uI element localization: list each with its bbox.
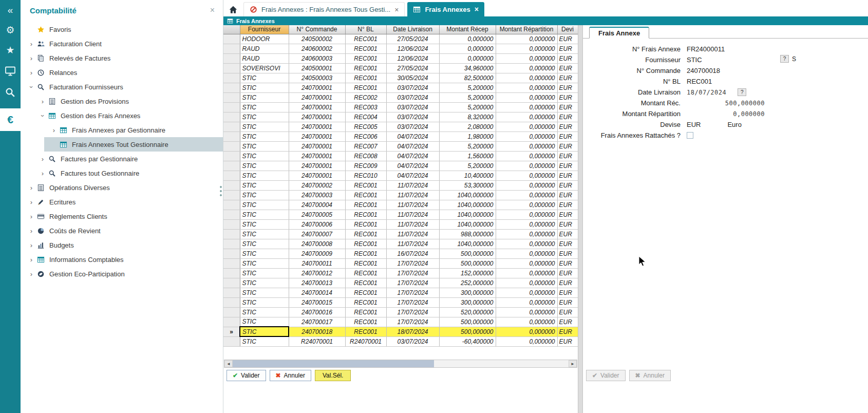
cell[interactable]: STIC [240,297,289,307]
chevron-down-icon[interactable]: › [28,82,35,91]
row-selector-cell[interactable] [223,63,240,73]
table-row[interactable]: STIC240700007REC00111/07/2024988,0000000… [223,229,578,239]
scrollbar-thumb[interactable] [233,360,434,367]
cell[interactable]: REC001 [345,317,386,327]
home-button[interactable] [225,3,241,16]
cell[interactable]: REC005 [345,122,386,132]
cell[interactable]: 53,300000 [439,180,496,190]
cell[interactable]: REC001 [345,268,386,278]
cell[interactable]: 11/07/2024 [386,200,439,210]
sidebar-item-reglements-clients[interactable]: ›Règlements Clients [21,209,223,223]
cell[interactable]: 520,000000 [439,307,496,317]
cell[interactable]: EUR [557,200,578,210]
cell[interactable]: EUR [557,239,578,249]
sidebar-item-operations-diverses[interactable]: ›Opérations Diverses [21,180,223,195]
collapse-sidebar-icon[interactable]: « [0,5,21,15]
cell[interactable]: EUR [557,297,578,307]
tab-frais-annexes[interactable]: Frais Annexes × [407,2,484,16]
cell[interactable]: REC001 [345,307,386,317]
cell[interactable]: 0,000000 [496,112,557,122]
sidebar-item-facturation-fournisseurs[interactable]: ›Facturation Fournisseurs [21,80,223,94]
cell[interactable]: EUR [557,122,578,132]
cell[interactable]: REC001 [345,278,386,288]
sidebar-item-frais-annexes-par-gestionnaire[interactable]: ›Frais Annexes par Gestionnaire [21,123,223,137]
column-header-montant-recep[interactable]: Montant Récep [439,25,496,34]
row-selector-cell[interactable] [223,171,240,180]
favorites-star-icon[interactable]: ★ [0,45,21,55]
cell[interactable]: 82,500000 [439,73,496,83]
cell[interactable]: REC001 [345,44,386,53]
cell[interactable]: 0,000000 [496,307,557,317]
cell[interactable]: STIC [240,180,289,190]
cell[interactable]: EUR [557,336,578,346]
cell[interactable]: STIC [240,151,289,161]
cell[interactable]: EUR [557,73,578,83]
cell[interactable]: 5,200000 [439,92,496,102]
cell[interactable]: STIC [240,200,289,210]
cell[interactable]: EUR [557,317,578,327]
cell[interactable]: 0,000000 [496,239,557,249]
cell[interactable]: 0,000000 [496,141,557,151]
chevron-right-icon[interactable]: › [27,69,36,77]
cell[interactable]: 04/07/2024 [386,171,439,180]
cell[interactable]: REC010 [345,171,386,180]
cell[interactable]: 240700001 [289,83,345,92]
cell[interactable]: EUR [557,102,578,112]
cell[interactable]: 240700001 [289,161,345,171]
cell[interactable]: EUR [557,210,578,219]
sidebar-item-gestion-des-frais-annexes[interactable]: ›Gestion des Frais Annexes [21,108,223,123]
cell[interactable]: 17/07/2024 [386,317,439,327]
cell[interactable]: 240700013 [289,278,345,288]
cell[interactable]: EUR [557,141,578,151]
cell[interactable]: EUR [557,63,578,73]
column-header-montant-repartition[interactable]: Montant Répartition [496,25,557,34]
row-selector-cell[interactable] [223,229,240,239]
row-selector-cell[interactable] [223,336,240,346]
gear-icon[interactable]: ⚙ [0,25,21,35]
row-selector-cell[interactable]: » [223,327,240,336]
cell[interactable]: EUR [557,219,578,229]
cell[interactable]: REC006 [345,132,386,141]
row-selector-cell[interactable] [223,288,240,297]
table-row[interactable]: STIC240700015REC00117/07/2024300,0000000… [223,297,578,307]
cell[interactable]: 0,000000 [496,92,557,102]
cell[interactable]: 03/07/2024 [386,102,439,112]
cell[interactable]: 27/05/2024 [386,34,439,44]
cell[interactable]: STIC [240,122,289,132]
cell[interactable]: 240700009 [289,249,345,258]
table-row[interactable]: SOVERISOVI240500001REC00127/05/202434,96… [223,63,578,73]
cell[interactable]: 11/07/2024 [386,229,439,239]
help-icon[interactable]: ? [780,55,789,63]
cell[interactable]: 0,000000 [496,122,557,132]
table-row[interactable]: STIC240700001REC00303/07/20245,2000000,0… [223,102,578,112]
row-selector-cell[interactable] [223,219,240,229]
cell[interactable]: 240700004 [289,200,345,210]
cell[interactable]: 04/07/2024 [386,132,439,141]
cell[interactable]: EUR [557,180,578,190]
sidebar-item-releves-de-factures[interactable]: ›Relevés de Factures [21,51,223,65]
sidebar-item-informations-comptables[interactable]: ›Informations Comptables [21,252,223,267]
table-row[interactable]: STIC240700001REC01004/07/202410,4000000,… [223,171,578,180]
val-sel-button[interactable]: Val.Sél. [315,370,351,381]
cell[interactable]: 04/07/2024 [386,161,439,171]
detail-annuler-button[interactable]: ✖ Annuler [629,370,671,381]
cell[interactable]: 03/07/2024 [386,92,439,102]
cell[interactable]: STIC [240,219,289,229]
scroll-right-icon[interactable]: ► [569,360,577,367]
cell[interactable]: 17/07/2024 [386,258,439,268]
chevron-right-icon[interactable]: › [27,256,36,264]
cell[interactable]: REC001 [345,258,386,268]
cell[interactable]: 988,000000 [439,229,496,239]
cell[interactable]: 152,000000 [439,268,496,278]
cell[interactable]: 0,000000 [496,151,557,161]
row-selector-cell[interactable] [223,161,240,171]
table-row[interactable]: STIC240700013REC00117/07/2024252,0000000… [223,278,578,288]
cell[interactable]: 240700016 [289,307,345,317]
row-selector-cell[interactable] [223,190,240,200]
monitor-icon[interactable] [0,65,21,77]
cell[interactable]: 10,400000 [439,171,496,180]
cell[interactable]: 500,000000 [439,249,496,258]
cell[interactable]: 240700017 [289,317,345,327]
cell[interactable]: 03/07/2024 [386,112,439,122]
cell[interactable]: EUR [557,83,578,92]
